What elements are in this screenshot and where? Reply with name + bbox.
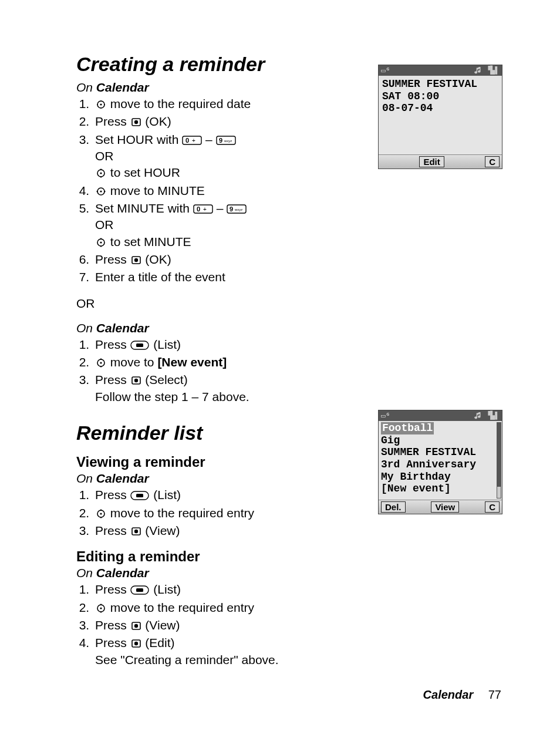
- context-b: On Calendar: [76, 321, 360, 335]
- step-v1: Press (List): [93, 487, 360, 503]
- heading-reminderlist: Reminder list: [76, 422, 360, 444]
- screenshots-column: ▭ᴳ🎜 ▝▙▌ SUMMER FESTIVAL SAT 08:00 08-07-…: [378, 53, 507, 673]
- center-key-icon: [130, 117, 142, 127]
- nav-updown-icon: [95, 238, 107, 247]
- subheading-edit: Editing a reminder: [76, 548, 360, 565]
- step-b3: Press (Select) Follow the step 1 – 7 abo…: [93, 372, 360, 405]
- softkey-icon: [130, 490, 150, 501]
- step-b1: Press (List): [93, 336, 360, 353]
- reminder-date: 08-07-04: [382, 102, 498, 114]
- context-view: On Calendar: [76, 471, 360, 486]
- step-e2: move to the required entry: [93, 599, 360, 616]
- softkey-del[interactable]: Del.: [381, 501, 406, 513]
- key-9-icon: [216, 135, 236, 146]
- reminder-title: SUMMER FESTIVAL: [382, 78, 498, 90]
- softkey-icon: [130, 340, 150, 351]
- nav-4way-icon: [95, 100, 107, 109]
- step-v3: Press (View): [93, 523, 360, 539]
- or-divider: OR: [76, 297, 360, 311]
- center-key-icon: [130, 376, 142, 385]
- list-item[interactable]: Gig: [381, 434, 500, 447]
- steps-view: Press (List) move to the required entry …: [76, 487, 360, 539]
- step-a5: Set MINUTE with – OR to set MINUTE: [93, 200, 360, 250]
- step-a4: move to MINUTE: [93, 183, 360, 199]
- list-item[interactable]: My Birthday: [381, 471, 500, 483]
- step-a2: Press (OK): [93, 113, 360, 130]
- context-edit: On Calendar: [76, 566, 360, 580]
- steps-b: Press (List) move to [New event] Press (…: [76, 336, 360, 405]
- step-a6: Press (OK): [93, 251, 360, 268]
- context-a: On Calendar: [76, 80, 360, 95]
- softkey-view[interactable]: View: [431, 501, 459, 513]
- center-key-icon: [130, 255, 142, 265]
- nav-updown-icon: [95, 358, 107, 368]
- heading-creating: Creating a reminder: [76, 53, 360, 76]
- nav-updown-icon: [95, 169, 107, 178]
- key-0-icon: [182, 135, 202, 146]
- subheading-view: Viewing a reminder: [76, 454, 360, 470]
- scrollbar[interactable]: [497, 422, 501, 498]
- nav-updown-icon: [95, 604, 107, 613]
- step-b2: move to [New event]: [93, 354, 360, 370]
- phone-screenshot-list: ▭ᴳ🎜 ▝▙▌ Football Gig SUMMER FESTIVAL 3rd…: [378, 410, 502, 514]
- steps-edit: Press (List) move to the required entry …: [76, 581, 360, 668]
- softkey-icon: [130, 585, 150, 595]
- list-item[interactable]: [New event]: [381, 483, 500, 495]
- status-bar: ▭ᴳ🎜 ▝▙▌: [379, 410, 502, 421]
- phone-screenshot-reminder: ▭ᴳ🎜 ▝▙▌ SUMMER FESTIVAL SAT 08:00 08-07-…: [378, 65, 502, 169]
- list-item[interactable]: SUMMER FESTIVAL: [381, 446, 500, 459]
- softkey-c[interactable]: C: [485, 156, 500, 167]
- nav-updown-icon: [95, 509, 107, 518]
- softkey-edit[interactable]: Edit: [419, 156, 444, 167]
- reminder-time: SAT 08:00: [382, 90, 498, 103]
- status-bar: ▭ᴳ🎜 ▝▙▌: [379, 65, 502, 76]
- center-key-icon: [130, 639, 142, 648]
- center-key-icon: [130, 621, 142, 631]
- nav-leftright-icon: [95, 187, 107, 196]
- step-a3: Set HOUR with – OR to set HOUR: [93, 132, 360, 181]
- softkey-c[interactable]: C: [485, 501, 500, 513]
- step-a7: Enter a title of the event: [93, 269, 360, 285]
- step-e1: Press (List): [93, 581, 360, 598]
- step-a1: move to the required date: [93, 96, 360, 112]
- steps-a: move to the required date Press (OK) Set…: [76, 96, 360, 286]
- list-item[interactable]: 3rd Anniversary: [381, 459, 500, 471]
- list-item-selected[interactable]: Football: [381, 422, 434, 434]
- center-key-icon: [130, 527, 142, 536]
- key-0-icon: [193, 204, 213, 214]
- step-e4: Press (Edit) See "Creating a reminder" a…: [93, 635, 360, 668]
- footer-section: Calendar: [423, 688, 474, 701]
- step-v2: move to the required entry: [93, 505, 360, 521]
- step-e3: Press (View): [93, 617, 360, 634]
- main-content: Creating a reminder On Calendar move to …: [76, 53, 360, 673]
- page-footer: Calendar 77: [423, 688, 501, 702]
- key-9-icon: [227, 204, 247, 214]
- footer-page: 77: [488, 688, 501, 701]
